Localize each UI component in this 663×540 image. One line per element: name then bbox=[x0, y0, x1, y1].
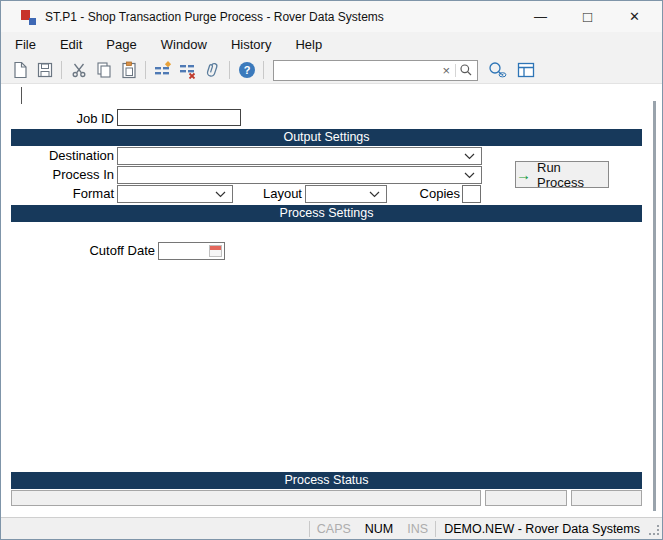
session-label: DEMO.NEW - Rover Data Systems bbox=[436, 522, 646, 536]
paste-button[interactable] bbox=[116, 58, 141, 82]
cut-button[interactable] bbox=[66, 58, 91, 82]
toolbar-separator bbox=[61, 61, 62, 79]
menu-history[interactable]: History bbox=[219, 32, 283, 57]
toolbar-separator bbox=[263, 61, 264, 79]
process-status-header: Process Status bbox=[11, 472, 642, 489]
output-settings-header: Output Settings bbox=[11, 129, 642, 146]
attachments-button[interactable] bbox=[200, 58, 225, 82]
vertical-scrollbar[interactable] bbox=[653, 101, 656, 511]
maximize-icon: □ bbox=[583, 9, 592, 24]
format-select[interactable] bbox=[117, 185, 233, 203]
menu-help[interactable]: Help bbox=[283, 32, 334, 57]
cutoff-date-label: Cutoff Date bbox=[61, 243, 155, 258]
process-status-field-2 bbox=[485, 490, 567, 506]
destination-select[interactable] bbox=[117, 147, 482, 165]
app-window: ST.P1 - Shop Transaction Purge Process -… bbox=[0, 0, 663, 540]
process-in-label: Process In bbox=[21, 167, 114, 182]
process-in-select[interactable] bbox=[117, 166, 482, 184]
maximize-button[interactable]: □ bbox=[564, 1, 611, 32]
run-process-label: Run Process bbox=[537, 160, 608, 190]
record-view-button[interactable] bbox=[484, 58, 509, 82]
resize-grip-icon[interactable] bbox=[649, 525, 659, 535]
menu-page[interactable]: Page bbox=[94, 32, 148, 57]
chevron-down-icon bbox=[215, 191, 226, 198]
help-button[interactable]: ? bbox=[234, 58, 259, 82]
minimize-button[interactable]: — bbox=[517, 1, 564, 32]
form-area: Job ID Output Settings Destination Proce… bbox=[1, 84, 662, 519]
search-divider bbox=[455, 64, 456, 77]
ins-indicator: INS bbox=[400, 522, 435, 536]
magnifier-eye-icon bbox=[487, 61, 507, 79]
save-button[interactable] bbox=[32, 58, 57, 82]
run-arrow-icon: → bbox=[516, 167, 531, 182]
chevron-down-icon bbox=[464, 172, 475, 179]
chevron-down-icon bbox=[464, 153, 475, 160]
delete-rows-icon bbox=[179, 61, 197, 79]
text-caret bbox=[21, 87, 22, 104]
num-indicator: NUM bbox=[358, 522, 400, 536]
toolbar-separator bbox=[229, 61, 230, 79]
layout-select[interactable] bbox=[305, 185, 387, 203]
job-id-input[interactable] bbox=[117, 109, 241, 126]
search-input[interactable] bbox=[274, 62, 439, 79]
add-rows-icon bbox=[154, 61, 172, 79]
cutoff-date-input[interactable] bbox=[158, 242, 225, 260]
clear-search-icon[interactable]: × bbox=[439, 64, 453, 77]
process-status-field-1 bbox=[11, 490, 481, 506]
help-icon: ? bbox=[238, 61, 256, 79]
add-rows-button[interactable] bbox=[150, 58, 175, 82]
layout-icon bbox=[517, 61, 535, 79]
caps-indicator: CAPS bbox=[310, 522, 358, 536]
menu-bar: File Edit Page Window History Help bbox=[1, 32, 662, 57]
app-logo-icon bbox=[21, 9, 37, 25]
paperclip-icon bbox=[204, 61, 222, 79]
new-document-button[interactable] bbox=[7, 58, 32, 82]
copy-button[interactable] bbox=[91, 58, 116, 82]
delete-rows-button[interactable] bbox=[175, 58, 200, 82]
status-bar: CAPS NUM INS DEMO.NEW - Rover Data Syste… bbox=[1, 517, 662, 539]
close-icon: ✕ bbox=[629, 9, 640, 24]
copy-icon bbox=[95, 61, 113, 79]
title-bar: ST.P1 - Shop Transaction Purge Process -… bbox=[1, 1, 662, 32]
menu-window[interactable]: Window bbox=[149, 32, 219, 57]
toolbar: ? × bbox=[1, 57, 662, 84]
toolbar-separator bbox=[145, 61, 146, 79]
save-icon bbox=[36, 61, 54, 79]
search-box: × bbox=[273, 60, 478, 81]
layout-label: Layout bbox=[241, 186, 302, 201]
format-label: Format bbox=[21, 186, 114, 201]
search-icon[interactable] bbox=[458, 63, 477, 77]
job-id-label: Job ID bbox=[21, 111, 114, 126]
process-status-field-3 bbox=[571, 490, 642, 506]
menu-edit[interactable]: Edit bbox=[48, 32, 94, 57]
copies-label: Copies bbox=[399, 186, 460, 201]
calendar-icon[interactable] bbox=[209, 245, 222, 257]
destination-label: Destination bbox=[21, 148, 114, 163]
paste-clipboard-icon bbox=[120, 61, 138, 79]
svg-text:?: ? bbox=[243, 64, 250, 76]
new-document-icon bbox=[11, 61, 29, 79]
run-process-button[interactable]: → Run Process bbox=[515, 161, 609, 188]
minimize-icon: — bbox=[534, 9, 547, 24]
close-button[interactable]: ✕ bbox=[611, 1, 658, 32]
process-settings-header: Process Settings bbox=[11, 205, 642, 222]
copies-input[interactable] bbox=[462, 185, 481, 203]
window-title: ST.P1 - Shop Transaction Purge Process -… bbox=[45, 10, 384, 24]
menu-file[interactable]: File bbox=[3, 32, 48, 57]
window-controls: — □ ✕ bbox=[517, 1, 658, 32]
chevron-down-icon bbox=[369, 191, 380, 198]
scissors-icon bbox=[70, 61, 88, 79]
layout-button[interactable] bbox=[513, 58, 538, 82]
